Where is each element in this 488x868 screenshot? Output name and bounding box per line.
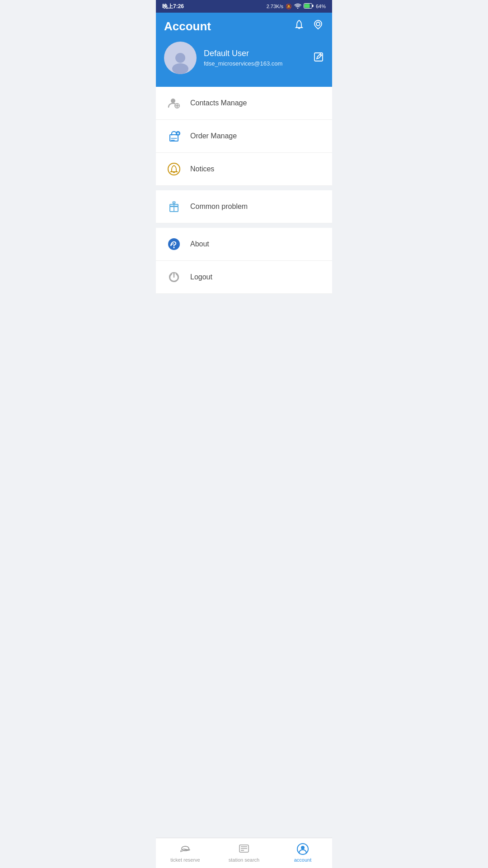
user-name: Default User: [204, 49, 306, 58]
status-icons: 2.73K/s 🔕 64%: [267, 3, 326, 9]
status-bar: 晚上7:26 2.73K/s 🔕 64%: [156, 0, 332, 13]
order-icon: [165, 127, 183, 145]
battery-percent: 64%: [316, 4, 326, 9]
mute-icon: 🔕: [286, 4, 292, 9]
svg-point-14: [168, 163, 180, 175]
svg-point-11: [171, 134, 173, 136]
menu-group-2: Common problem: [156, 190, 332, 223]
header-top: Account: [164, 19, 324, 33]
separator-1: [156, 186, 332, 190]
user-email: fdse_microservices@163.com: [204, 60, 306, 67]
menu-group-1: Contacts Manage Order Manage: [156, 87, 332, 186]
svg-point-5: [175, 53, 185, 63]
svg-point-0: [297, 8, 298, 9]
logout-label: Logout: [190, 273, 212, 281]
bell-icon[interactable]: [293, 19, 305, 33]
notices-icon: [165, 160, 183, 178]
battery-icon: [304, 3, 314, 9]
gift-icon: [165, 198, 183, 216]
logout-item[interactable]: Logout: [156, 261, 332, 294]
about-label: About: [190, 240, 209, 248]
common-problem-label: Common problem: [190, 203, 248, 211]
menu-group-3: About Logout: [156, 228, 332, 294]
contacts-manage-item[interactable]: Contacts Manage: [156, 87, 332, 120]
svg-point-8: [171, 99, 175, 103]
svg-point-4: [316, 22, 320, 26]
separator-2: [156, 223, 332, 228]
about-item[interactable]: About: [156, 228, 332, 261]
order-manage-label: Order Manage: [190, 132, 237, 140]
header-icons: [293, 19, 324, 33]
notices-label: Notices: [190, 165, 214, 173]
common-problem-item[interactable]: Common problem: [156, 190, 332, 223]
notices-item[interactable]: Notices: [156, 153, 332, 186]
status-time: 晚上7:26: [162, 3, 184, 10]
contacts-icon: [165, 94, 183, 112]
svg-rect-3: [304, 4, 310, 8]
edit-profile-button[interactable]: [313, 52, 324, 65]
network-speed: 2.73K/s: [267, 4, 283, 9]
wifi-icon: [294, 3, 301, 9]
contacts-manage-label: Contacts Manage: [190, 99, 247, 107]
header: Account: [156, 13, 332, 87]
user-info: Default User fdse_microservices@163.com: [204, 49, 306, 67]
svg-rect-7: [314, 53, 323, 61]
page-content: Account: [156, 13, 332, 326]
location-icon[interactable]: [312, 19, 324, 33]
svg-rect-2: [312, 5, 314, 7]
logout-icon: [165, 268, 183, 286]
about-icon: [165, 235, 183, 253]
svg-point-6: [172, 63, 188, 74]
page-title: Account: [164, 19, 211, 33]
order-manage-item[interactable]: Order Manage: [156, 120, 332, 153]
user-section: Default User fdse_microservices@163.com: [164, 42, 324, 74]
avatar: [164, 42, 197, 74]
